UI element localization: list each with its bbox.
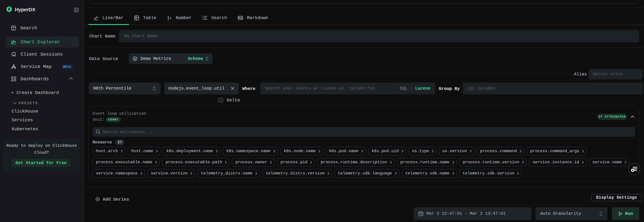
svg-text:2: 2 [168,18,169,20]
svg-text:3: 3 [170,17,171,19]
